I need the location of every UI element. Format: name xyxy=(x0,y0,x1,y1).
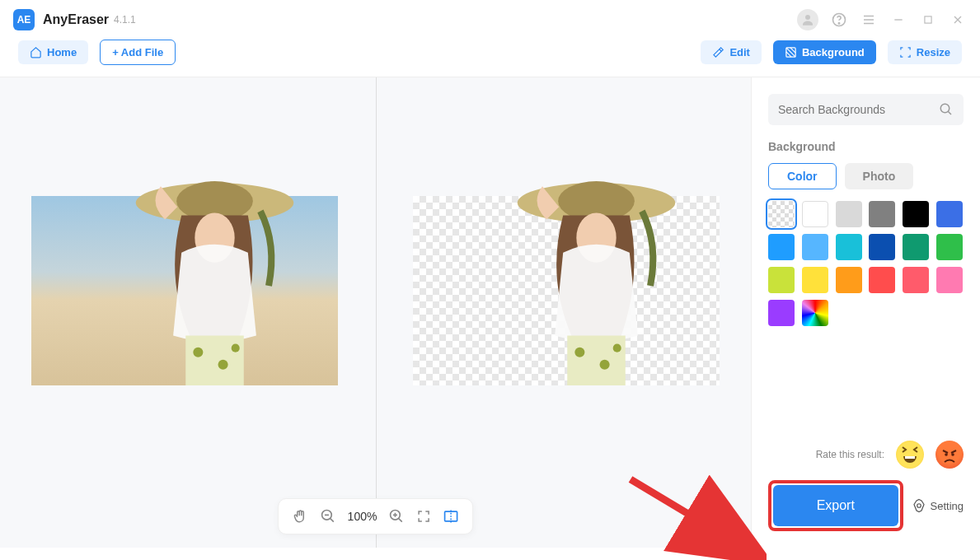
color-swatch[interactable] xyxy=(936,267,963,293)
color-swatch[interactable] xyxy=(836,267,862,293)
gear-icon xyxy=(912,498,926,513)
color-swatch[interactable] xyxy=(903,234,929,260)
search-icon xyxy=(939,102,954,117)
svg-point-22 xyxy=(945,453,948,456)
arrow-annotation xyxy=(626,473,767,560)
svg-point-2 xyxy=(838,23,839,24)
resize-label: Resize xyxy=(917,46,950,58)
svg-point-0 xyxy=(805,15,810,20)
result-image xyxy=(413,196,720,385)
color-swatch[interactable] xyxy=(869,234,895,260)
help-icon[interactable] xyxy=(830,11,848,29)
zoom-toolbar: 100% xyxy=(278,498,474,534)
color-swatch[interactable] xyxy=(802,300,828,326)
color-swatch[interactable] xyxy=(936,234,963,260)
minimize-icon[interactable] xyxy=(889,11,907,29)
menu-icon[interactable] xyxy=(860,11,878,29)
background-button[interactable]: Background xyxy=(773,40,876,64)
zoom-in-icon[interactable] xyxy=(388,508,405,525)
svg-point-9 xyxy=(218,360,228,370)
search-input-field[interactable] xyxy=(778,103,939,116)
add-file-label: + Add File xyxy=(112,46,163,58)
close-icon[interactable] xyxy=(949,11,967,29)
edit-button[interactable]: Edit xyxy=(701,40,762,64)
original-image xyxy=(31,196,338,385)
zoom-out-icon[interactable] xyxy=(320,508,336,525)
color-swatch[interactable] xyxy=(869,201,895,227)
maximize-icon[interactable] xyxy=(919,11,937,29)
home-button[interactable]: Home xyxy=(18,40,88,64)
color-swatch[interactable] xyxy=(936,201,963,227)
color-swatch[interactable] xyxy=(802,267,828,293)
svg-point-16 xyxy=(613,344,621,352)
color-swatch[interactable] xyxy=(768,234,795,260)
export-highlight: Export xyxy=(768,480,903,531)
color-swatch[interactable] xyxy=(768,267,795,293)
svg-point-24 xyxy=(917,504,921,508)
color-swatch[interactable] xyxy=(836,201,862,227)
app-name: AnyEraser xyxy=(43,12,109,27)
pan-hand-icon[interactable] xyxy=(292,508,308,525)
tab-photo[interactable]: Photo xyxy=(845,163,914,189)
app-logo: AE xyxy=(13,9,35,30)
rate-angry-emoji[interactable] xyxy=(935,441,964,469)
color-swatch[interactable] xyxy=(768,300,795,326)
svg-point-14 xyxy=(574,348,584,357)
color-swatch[interactable] xyxy=(903,267,929,293)
color-swatch[interactable] xyxy=(802,234,828,260)
svg-point-8 xyxy=(193,348,203,357)
setting-button[interactable]: Setting xyxy=(912,498,964,513)
svg-point-23 xyxy=(951,453,954,456)
svg-rect-3 xyxy=(925,16,931,23)
svg-point-10 xyxy=(232,344,240,352)
zoom-level: 100% xyxy=(348,510,377,523)
color-swatch[interactable] xyxy=(903,201,929,227)
resize-button[interactable]: Resize xyxy=(888,40,962,64)
compare-icon[interactable] xyxy=(443,508,459,525)
rate-label: Rate this result: xyxy=(816,449,884,460)
color-swatch[interactable] xyxy=(836,234,862,260)
svg-point-15 xyxy=(600,360,610,370)
svg-point-20 xyxy=(940,104,950,113)
add-file-button[interactable]: + Add File xyxy=(100,40,176,65)
svg-rect-21 xyxy=(905,456,915,459)
setting-label: Setting xyxy=(931,500,964,512)
export-button[interactable]: Export xyxy=(773,485,898,526)
search-backgrounds-input[interactable] xyxy=(768,94,964,125)
color-swatch-grid xyxy=(768,201,964,326)
account-avatar[interactable] xyxy=(797,9,818,30)
tab-color[interactable]: Color xyxy=(768,163,837,189)
color-swatch[interactable] xyxy=(768,201,795,227)
canvas-divider xyxy=(376,77,377,548)
background-section-label: Background xyxy=(768,140,964,153)
color-swatch[interactable] xyxy=(869,267,895,293)
home-label: Home xyxy=(47,46,77,58)
background-label: Background xyxy=(802,46,865,58)
color-swatch[interactable] xyxy=(802,201,828,227)
fullscreen-icon[interactable] xyxy=(416,509,431,524)
edit-label: Edit xyxy=(729,46,750,58)
rate-happy-emoji[interactable] xyxy=(896,441,924,469)
app-version: 4.1.1 xyxy=(114,14,136,26)
